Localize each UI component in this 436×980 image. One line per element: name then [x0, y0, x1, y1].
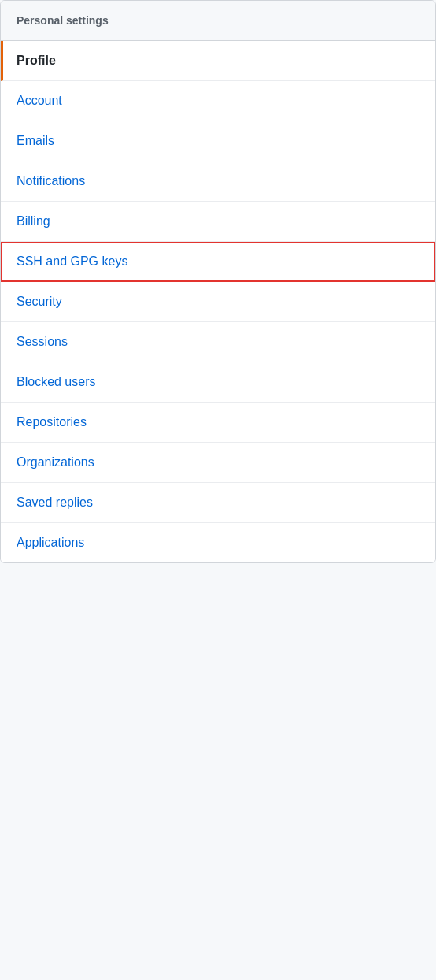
sidebar-item-emails[interactable]: Emails	[1, 121, 435, 161]
sidebar-items-list: ProfileAccountEmailsNotificationsBilling…	[1, 41, 435, 562]
sidebar-item-label-security: Security	[17, 295, 62, 309]
sidebar-item-label-billing: Billing	[17, 214, 50, 228]
sidebar-item-label-sessions: Sessions	[17, 335, 68, 349]
sidebar-item-blocked-users[interactable]: Blocked users	[1, 362, 435, 403]
sidebar-item-account[interactable]: Account	[1, 81, 435, 121]
sidebar-item-label-applications: Applications	[17, 536, 84, 550]
sidebar-item-notifications[interactable]: Notifications	[1, 161, 435, 202]
sidebar-item-sessions[interactable]: Sessions	[1, 322, 435, 362]
sidebar-item-ssh-gpg-keys[interactable]: SSH and GPG keys	[1, 242, 435, 282]
sidebar-item-repositories[interactable]: Repositories	[1, 403, 435, 443]
sidebar-item-label-account: Account	[17, 94, 62, 108]
sidebar-item-label-organizations: Organizations	[17, 455, 94, 470]
sidebar-header: Personal settings	[1, 1, 435, 41]
sidebar-item-label-repositories: Repositories	[17, 415, 87, 429]
sidebar-item-saved-replies[interactable]: Saved replies	[1, 483, 435, 523]
sidebar-item-label-profile: Profile	[17, 54, 56, 68]
sidebar-header-title: Personal settings	[17, 14, 109, 27]
sidebar-item-label-emails: Emails	[17, 134, 54, 148]
sidebar-item-label-saved-replies: Saved replies	[17, 496, 93, 510]
sidebar-item-label-blocked-users: Blocked users	[17, 375, 96, 389]
sidebar-item-billing[interactable]: Billing	[1, 202, 435, 242]
sidebar-item-label-ssh-gpg-keys: SSH and GPG keys	[17, 254, 127, 269]
sidebar-item-organizations[interactable]: Organizations	[1, 443, 435, 483]
sidebar-item-applications[interactable]: Applications	[1, 523, 435, 562]
sidebar-item-security[interactable]: Security	[1, 282, 435, 322]
sidebar-item-profile[interactable]: Profile	[1, 41, 435, 81]
sidebar-item-label-notifications: Notifications	[17, 174, 85, 188]
sidebar: Personal settings ProfileAccountEmailsNo…	[0, 0, 436, 563]
